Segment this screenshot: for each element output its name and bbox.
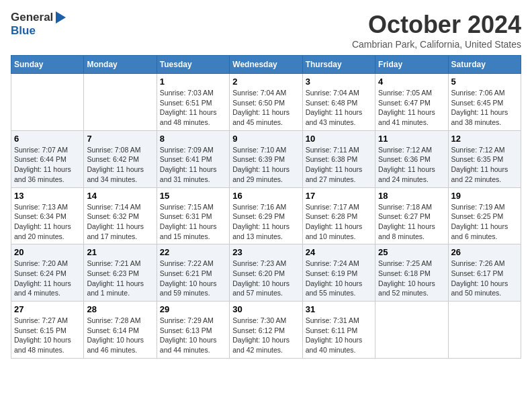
calendar-cell: 19Sunrise: 7:19 AM Sunset: 6:25 PM Dayli… [448,187,521,244]
day-number: 4 [378,77,445,87]
calendar-cell: 25Sunrise: 7:25 AM Sunset: 6:18 PM Dayli… [375,244,448,302]
cell-content: Sunrise: 7:31 AM Sunset: 6:11 PM Dayligh… [306,316,372,355]
day-number: 20 [14,247,81,257]
month-title: October 2024 [352,11,521,39]
cell-content: Sunrise: 7:08 AM Sunset: 6:42 PM Dayligh… [87,145,153,185]
day-number: 6 [14,134,81,144]
calendar-cell: 20Sunrise: 7:20 AM Sunset: 6:24 PM Dayli… [11,244,84,302]
cell-content: Sunrise: 7:06 AM Sunset: 6:45 PM Dayligh… [451,88,518,128]
day-number: 16 [232,191,299,201]
calendar-cell: 11Sunrise: 7:12 AM Sunset: 6:36 PM Dayli… [375,130,448,187]
cell-content: Sunrise: 7:30 AM Sunset: 6:12 PM Dayligh… [232,316,299,355]
day-number: 27 [14,304,81,314]
calendar-cell: 23Sunrise: 7:23 AM Sunset: 6:20 PM Dayli… [230,244,302,302]
cell-content: Sunrise: 7:18 AM Sunset: 6:27 PM Dayligh… [378,202,445,242]
cell-content: Sunrise: 7:03 AM Sunset: 6:51 PM Dayligh… [160,88,226,128]
cell-content: Sunrise: 7:28 AM Sunset: 6:14 PM Dayligh… [87,316,153,355]
cell-content: Sunrise: 7:13 AM Sunset: 6:34 PM Dayligh… [14,202,81,242]
cell-content: Sunrise: 7:12 AM Sunset: 6:36 PM Dayligh… [378,145,445,185]
day-number: 9 [232,134,299,144]
page-header: General Blue October 2024 Cambrian Park,… [11,11,521,50]
calendar-cell: 17Sunrise: 7:17 AM Sunset: 6:28 PM Dayli… [302,187,375,244]
calendar-cell: 8Sunrise: 7:09 AM Sunset: 6:41 PM Daylig… [157,130,229,187]
cell-content: Sunrise: 7:04 AM Sunset: 6:48 PM Dayligh… [306,88,372,128]
cell-content: Sunrise: 7:24 AM Sunset: 6:19 PM Dayligh… [306,259,372,298]
cell-content: Sunrise: 7:05 AM Sunset: 6:47 PM Dayligh… [378,88,445,128]
cell-content: Sunrise: 7:07 AM Sunset: 6:44 PM Dayligh… [14,145,81,185]
day-number: 28 [87,304,153,314]
calendar-cell: 9Sunrise: 7:10 AM Sunset: 6:39 PM Daylig… [230,130,302,187]
cell-content: Sunrise: 7:16 AM Sunset: 6:29 PM Dayligh… [232,202,299,242]
calendar-cell: 6Sunrise: 7:07 AM Sunset: 6:44 PM Daylig… [11,130,84,187]
calendar-table: SundayMondayTuesdayWednesdayThursdayFrid… [11,55,521,359]
calendar-week-1: 1Sunrise: 7:03 AM Sunset: 6:51 PM Daylig… [11,74,521,131]
cell-content: Sunrise: 7:25 AM Sunset: 6:18 PM Dayligh… [378,259,445,298]
calendar-cell [448,302,521,359]
day-number: 21 [87,247,153,257]
calendar-cell: 31Sunrise: 7:31 AM Sunset: 6:11 PM Dayli… [302,302,375,359]
day-number: 30 [232,304,299,314]
column-header-wednesday: Wednesday [230,56,302,74]
cell-content: Sunrise: 7:15 AM Sunset: 6:31 PM Dayligh… [160,202,226,242]
column-header-saturday: Saturday [448,56,521,74]
cell-content: Sunrise: 7:23 AM Sunset: 6:20 PM Dayligh… [232,259,299,298]
calendar-week-2: 6Sunrise: 7:07 AM Sunset: 6:44 PM Daylig… [11,130,521,187]
calendar-cell [375,302,448,359]
calendar-cell: 24Sunrise: 7:24 AM Sunset: 6:19 PM Dayli… [302,244,375,302]
calendar-cell: 10Sunrise: 7:11 AM Sunset: 6:38 PM Dayli… [302,130,375,187]
logo-arrow-icon [56,11,66,24]
logo-blue: Blue [11,24,36,37]
calendar-week-3: 13Sunrise: 7:13 AM Sunset: 6:34 PM Dayli… [11,187,521,244]
day-number: 12 [451,134,518,144]
day-number: 31 [306,304,372,314]
cell-content: Sunrise: 7:22 AM Sunset: 6:21 PM Dayligh… [160,259,226,298]
calendar-cell: 14Sunrise: 7:14 AM Sunset: 6:32 PM Dayli… [84,187,157,244]
column-header-friday: Friday [375,56,448,74]
cell-content: Sunrise: 7:21 AM Sunset: 6:23 PM Dayligh… [87,259,153,298]
logo: General Blue [11,11,67,38]
calendar-cell: 4Sunrise: 7:05 AM Sunset: 6:47 PM Daylig… [375,74,448,131]
calendar-cell: 5Sunrise: 7:06 AM Sunset: 6:45 PM Daylig… [448,74,521,131]
cell-content: Sunrise: 7:12 AM Sunset: 6:35 PM Dayligh… [451,145,518,185]
logo-general: General [11,11,53,24]
day-number: 22 [160,247,226,257]
calendar-cell: 1Sunrise: 7:03 AM Sunset: 6:51 PM Daylig… [157,74,229,131]
day-number: 25 [378,247,445,257]
calendar-cell: 15Sunrise: 7:15 AM Sunset: 6:31 PM Dayli… [157,187,229,244]
day-number: 5 [451,77,518,87]
day-number: 26 [451,247,518,257]
calendar-cell: 18Sunrise: 7:18 AM Sunset: 6:27 PM Dayli… [375,187,448,244]
header-row: SundayMondayTuesdayWednesdayThursdayFrid… [11,56,521,74]
calendar-cell: 13Sunrise: 7:13 AM Sunset: 6:34 PM Dayli… [11,187,84,244]
day-number: 8 [160,134,226,144]
day-number: 11 [378,134,445,144]
cell-content: Sunrise: 7:17 AM Sunset: 6:28 PM Dayligh… [306,202,372,242]
calendar-cell: 7Sunrise: 7:08 AM Sunset: 6:42 PM Daylig… [84,130,157,187]
day-number: 23 [232,247,299,257]
day-number: 10 [306,134,372,144]
day-number: 15 [160,191,226,201]
day-number: 19 [451,191,518,201]
day-number: 1 [160,77,226,87]
cell-content: Sunrise: 7:26 AM Sunset: 6:17 PM Dayligh… [451,259,518,298]
cell-content: Sunrise: 7:09 AM Sunset: 6:41 PM Dayligh… [160,145,226,185]
day-number: 7 [87,134,153,144]
calendar-cell: 29Sunrise: 7:29 AM Sunset: 6:13 PM Dayli… [157,302,229,359]
day-number: 24 [306,247,372,257]
cell-content: Sunrise: 7:29 AM Sunset: 6:13 PM Dayligh… [160,316,226,355]
calendar-cell: 22Sunrise: 7:22 AM Sunset: 6:21 PM Dayli… [157,244,229,302]
calendar-cell: 21Sunrise: 7:21 AM Sunset: 6:23 PM Dayli… [84,244,157,302]
day-number: 2 [232,77,299,87]
calendar-cell: 30Sunrise: 7:30 AM Sunset: 6:12 PM Dayli… [230,302,302,359]
day-number: 3 [306,77,372,87]
calendar-cell: 3Sunrise: 7:04 AM Sunset: 6:48 PM Daylig… [302,74,375,131]
column-header-tuesday: Tuesday [157,56,229,74]
cell-content: Sunrise: 7:04 AM Sunset: 6:50 PM Dayligh… [232,88,299,128]
cell-content: Sunrise: 7:19 AM Sunset: 6:25 PM Dayligh… [451,202,518,242]
day-number: 29 [160,304,226,314]
calendar-cell: 16Sunrise: 7:16 AM Sunset: 6:29 PM Dayli… [230,187,302,244]
column-header-sunday: Sunday [11,56,84,74]
column-header-thursday: Thursday [302,56,375,74]
column-header-monday: Monday [84,56,157,74]
calendar-cell [84,74,157,131]
